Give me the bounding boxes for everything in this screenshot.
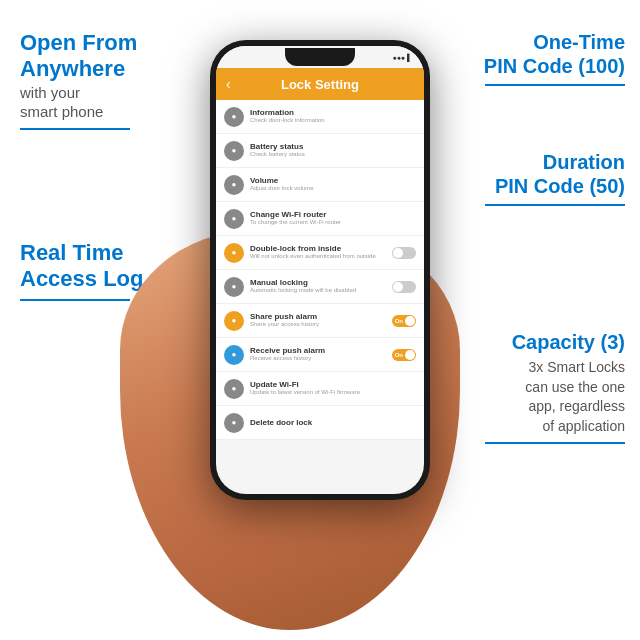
with-your-label: with your bbox=[20, 84, 80, 101]
top-left-text: Open From Anywhere with your smart phone bbox=[20, 30, 160, 130]
menu-item-icon: ● bbox=[224, 413, 244, 433]
access-log-label: Access Log bbox=[20, 266, 144, 291]
middle-left-text: Real Time Access Log bbox=[20, 240, 150, 301]
menu-item-text: Battery statusCheck battery status bbox=[250, 142, 416, 158]
menu-item-desc: Check door-lock information bbox=[250, 117, 416, 124]
menu-item[interactable]: ●Update Wi-FiUpdate to latest version of… bbox=[216, 372, 424, 406]
menu-item-label: Battery status bbox=[250, 142, 416, 151]
menu-item-label: Manual locking bbox=[250, 278, 392, 287]
toggle-knob bbox=[393, 248, 403, 258]
middle-right-text: Duration PIN Code (50) bbox=[465, 150, 625, 206]
menu-item-icon: ● bbox=[224, 175, 244, 195]
menu-item-desc: Share your access history bbox=[250, 321, 392, 328]
menu-item-label: Information bbox=[250, 108, 416, 117]
menu-item-text: Receive push alarmReceive access history bbox=[250, 346, 392, 362]
bottom-right-divider bbox=[485, 442, 625, 444]
menu-item[interactable]: ●Receive push alarmReceive access histor… bbox=[216, 338, 424, 372]
app-header-title: Lock Setting bbox=[281, 77, 359, 92]
menu-item[interactable]: ●Manual lockingAutomatic locking mode wi… bbox=[216, 270, 424, 304]
menu-item[interactable]: ●Share push alarmShare your access histo… bbox=[216, 304, 424, 338]
capacity-desc-3: app, regardless bbox=[528, 398, 625, 414]
menu-item-icon: ● bbox=[224, 277, 244, 297]
open-from-label: Open From bbox=[20, 30, 137, 55]
phone-notch bbox=[285, 48, 355, 66]
capacity-desc-2: can use the one bbox=[525, 379, 625, 395]
menu-item[interactable]: ●Double-lock from insideWill not unlock … bbox=[216, 236, 424, 270]
menu-item-desc: To change the current Wi-Fi router bbox=[250, 219, 416, 226]
duration-label: Duration bbox=[543, 151, 625, 173]
toggle-switch[interactable] bbox=[392, 247, 416, 259]
menu-item-desc: Will not unlock even authenticated from … bbox=[250, 253, 392, 260]
pin-code-100-label: PIN Code (100) bbox=[484, 55, 625, 77]
phone-wrapper: ●●● ▌ ‹ Lock Setting ●InformationCheck d… bbox=[180, 40, 460, 600]
toggle-knob bbox=[393, 282, 403, 292]
real-time-label: Real Time bbox=[20, 240, 124, 265]
pin-code-50-label: PIN Code (50) bbox=[495, 175, 625, 197]
middle-right-divider bbox=[485, 204, 625, 206]
menu-item-icon: ● bbox=[224, 345, 244, 365]
menu-item-text: Update Wi-FiUpdate to latest version of … bbox=[250, 380, 416, 396]
menu-item-label: Share push alarm bbox=[250, 312, 392, 321]
bottom-right-text: Capacity (3) 3x Smart Locks can use the … bbox=[460, 330, 625, 444]
menu-item-icon: ● bbox=[224, 141, 244, 161]
menu-item[interactable]: ●Delete door lock bbox=[216, 406, 424, 440]
menu-item-text: Share push alarmShare your access histor… bbox=[250, 312, 392, 328]
top-left-divider bbox=[20, 128, 130, 130]
menu-item[interactable]: ●Battery statusCheck battery status bbox=[216, 134, 424, 168]
smart-phone-label: smart phone bbox=[20, 103, 103, 120]
menu-item-desc: Check battery status bbox=[250, 151, 416, 158]
back-arrow-icon[interactable]: ‹ bbox=[226, 76, 231, 92]
menu-item-text: Change Wi-Fi routerTo change the current… bbox=[250, 210, 416, 226]
menu-item[interactable]: ●Change Wi-Fi routerTo change the curren… bbox=[216, 202, 424, 236]
top-right-divider bbox=[485, 84, 625, 86]
phone-screen: ●●● ▌ ‹ Lock Setting ●InformationCheck d… bbox=[216, 46, 424, 494]
phone-frame: ●●● ▌ ‹ Lock Setting ●InformationCheck d… bbox=[210, 40, 430, 500]
toggle-knob bbox=[405, 350, 415, 360]
menu-list: ●InformationCheck door-lock information●… bbox=[216, 100, 424, 440]
top-right-text: One-Time PIN Code (100) bbox=[465, 30, 625, 86]
menu-item-desc: Receive access history bbox=[250, 355, 392, 362]
toggle-switch[interactable]: On bbox=[392, 315, 416, 327]
app-header: ‹ Lock Setting bbox=[216, 68, 424, 100]
menu-item-icon: ● bbox=[224, 243, 244, 263]
capacity-desc-1: 3x Smart Locks bbox=[529, 359, 625, 375]
menu-item-label: Volume bbox=[250, 176, 416, 185]
menu-item-icon: ● bbox=[224, 107, 244, 127]
toggle-switch[interactable] bbox=[392, 281, 416, 293]
menu-item-text: InformationCheck door-lock information bbox=[250, 108, 416, 124]
one-time-label: One-Time bbox=[533, 31, 625, 53]
anywhere-label: Anywhere bbox=[20, 56, 125, 81]
toggle-switch[interactable]: On bbox=[392, 349, 416, 361]
status-icons: ●●● ▌ bbox=[392, 54, 412, 61]
menu-item-label: Update Wi-Fi bbox=[250, 380, 416, 389]
menu-item-text: Manual lockingAutomatic locking mode wil… bbox=[250, 278, 392, 294]
menu-item-icon: ● bbox=[224, 209, 244, 229]
menu-item-label: Delete door lock bbox=[250, 418, 416, 427]
menu-item[interactable]: ●VolumeAdjust door lock volume bbox=[216, 168, 424, 202]
middle-left-divider bbox=[20, 299, 130, 301]
menu-item-label: Double-lock from inside bbox=[250, 244, 392, 253]
menu-item-text: VolumeAdjust door lock volume bbox=[250, 176, 416, 192]
menu-item-text: Double-lock from insideWill not unlock e… bbox=[250, 244, 392, 260]
toggle-knob bbox=[405, 316, 415, 326]
menu-item-label: Receive push alarm bbox=[250, 346, 392, 355]
menu-item-label: Change Wi-Fi router bbox=[250, 210, 416, 219]
menu-item[interactable]: ●InformationCheck door-lock information bbox=[216, 100, 424, 134]
menu-item-icon: ● bbox=[224, 379, 244, 399]
menu-item-desc: Adjust door lock volume bbox=[250, 185, 416, 192]
menu-item-text: Delete door lock bbox=[250, 418, 416, 427]
capacity-desc-4: of application bbox=[542, 418, 625, 434]
capacity-label: Capacity (3) bbox=[512, 331, 625, 353]
menu-item-icon: ● bbox=[224, 311, 244, 331]
menu-item-desc: Update to latest version of Wi-Fi firmwa… bbox=[250, 389, 416, 396]
menu-item-desc: Automatic locking mode will be disabled bbox=[250, 287, 392, 294]
